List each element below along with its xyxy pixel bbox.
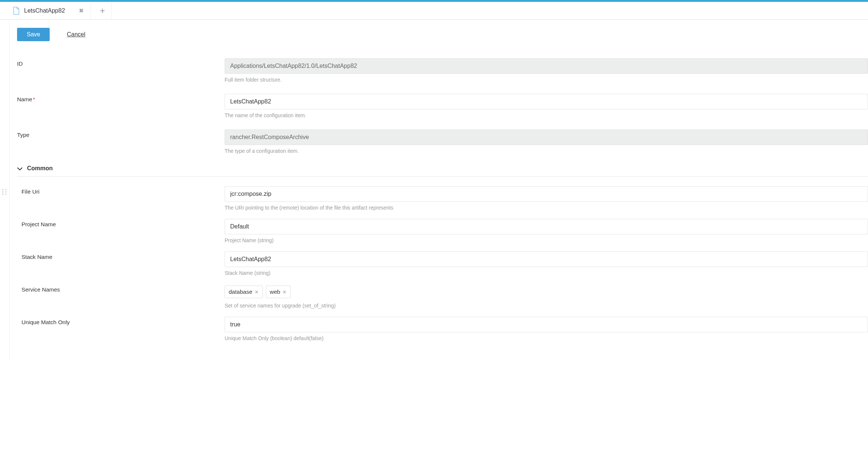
input-file-uri[interactable] [225, 186, 868, 202]
label-file-uri: File Uri [21, 186, 225, 195]
service-tag[interactable]: database✕ [225, 286, 263, 298]
new-tab-button[interactable]: + [94, 2, 112, 19]
field-id: ID Full item folder structure. [17, 58, 868, 83]
field-project-name: Project Name Project Name (string) [17, 219, 868, 243]
field-service-names: Service Names database✕web✕ Set of servi… [17, 284, 868, 309]
tabs-bar: LetsChatApp82 ✖ + [0, 2, 868, 20]
hint-project-name: Project Name (string) [225, 237, 868, 243]
tab-letschatapp82[interactable]: LetsChatApp82 ✖ [9, 3, 91, 19]
field-file-uri: File Uri The URI pointing to the (remote… [17, 186, 868, 211]
tag-label: web [270, 289, 280, 295]
document-icon [13, 7, 20, 15]
hint-id: Full item folder structure. [225, 77, 868, 83]
section-common-header[interactable]: Common [17, 165, 868, 177]
chevron-down-icon [17, 165, 23, 172]
input-unique-match-only[interactable] [225, 317, 868, 332]
field-stack-name: Stack Name Stack Name (string) [17, 251, 868, 276]
close-icon[interactable]: ✖ [77, 7, 85, 14]
drag-handle-icon[interactable]: • •• •• • [2, 189, 7, 196]
required-asterisk: * [33, 96, 35, 102]
plus-icon: + [100, 6, 105, 16]
action-row: Save Cancel [17, 28, 868, 41]
hint-file-uri: The URI pointing to the (remote) locatio… [225, 205, 868, 211]
field-name: Name* The name of the configuration item… [17, 94, 868, 118]
field-type: Type The type of a configuration item. [17, 129, 868, 154]
save-button[interactable]: Save [17, 28, 50, 41]
main-content: Save Cancel ID Full item folder structur… [9, 20, 868, 361]
cancel-button[interactable]: Cancel [67, 31, 85, 38]
field-unique-match-only: Unique Match Only Unique Match Only (boo… [17, 317, 868, 341]
input-id [225, 58, 868, 74]
input-name[interactable] [225, 94, 868, 109]
label-project-name: Project Name [21, 219, 225, 228]
service-tag[interactable]: web✕ [266, 286, 291, 298]
label-unique-match-only: Unique Match Only [21, 317, 225, 326]
input-service-names[interactable]: database✕web✕ [225, 284, 868, 300]
hint-stack-name: Stack Name (string) [225, 270, 868, 276]
label-stack-name: Stack Name [21, 251, 225, 260]
tag-remove-icon[interactable]: ✕ [282, 289, 286, 295]
tag-remove-icon[interactable]: ✕ [255, 289, 259, 295]
input-type [225, 129, 868, 145]
input-project-name[interactable] [225, 219, 868, 234]
hint-service-names: Set of service names for upgrade (set_of… [225, 303, 868, 309]
hint-name: The name of the configuration item. [225, 112, 868, 118]
hint-type: The type of a configuration item. [225, 148, 868, 154]
hint-unique-match-only: Unique Match Only (boolean) default(fals… [225, 335, 868, 341]
label-name: Name* [17, 94, 225, 103]
label-service-names: Service Names [21, 284, 225, 293]
tag-label: database [229, 289, 252, 295]
input-stack-name[interactable] [225, 251, 868, 267]
label-id: ID [17, 58, 225, 67]
label-type: Type [17, 129, 225, 138]
tab-title: LetsChatApp82 [24, 7, 73, 14]
section-common-title: Common [27, 165, 53, 172]
